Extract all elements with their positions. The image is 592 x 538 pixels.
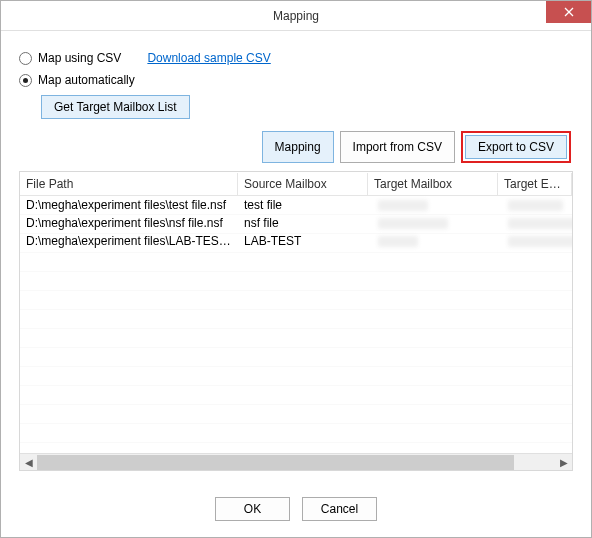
export-highlight: Export to CSV <box>461 131 571 163</box>
close-button[interactable] <box>546 1 591 23</box>
scroll-track[interactable] <box>37 455 555 470</box>
cancel-button[interactable]: Cancel <box>302 497 377 521</box>
header-file-path[interactable]: File Path <box>20 173 238 195</box>
titlebar: Mapping <box>1 1 591 31</box>
mapping-table: File Path Source Mailbox Target Mailbox … <box>19 171 573 471</box>
map-csv-label: Map using CSV <box>38 51 121 65</box>
header-target-email[interactable]: Target Email <box>498 173 572 195</box>
download-sample-link[interactable]: Download sample CSV <box>147 51 270 65</box>
table-row[interactable]: D:\megha\experiment files\LAB-TEST... LA… <box>20 232 572 250</box>
header-source-mailbox[interactable]: Source Mailbox <box>238 173 368 195</box>
cell-target-email <box>498 229 572 254</box>
scroll-right-icon[interactable]: ▶ <box>555 454 572 471</box>
horizontal-scrollbar[interactable]: ◀ ▶ <box>20 453 572 470</box>
cell-target-mailbox <box>368 229 498 254</box>
table-body: D:\megha\experiment files\test file.nsf … <box>20 196 572 454</box>
ok-button[interactable]: OK <box>215 497 290 521</box>
map-auto-option[interactable]: Map automatically <box>19 73 573 87</box>
dialog-footer: OK Cancel <box>1 497 591 521</box>
cell-file-path: D:\megha\experiment files\LAB-TEST... <box>20 230 238 252</box>
header-target-mailbox[interactable]: Target Mailbox <box>368 173 498 195</box>
mapping-button[interactable]: Mapping <box>262 131 334 163</box>
action-buttons: Mapping Import from CSV Export to CSV <box>19 131 573 163</box>
scroll-left-icon[interactable]: ◀ <box>20 454 37 471</box>
cell-source-mailbox: LAB-TEST <box>238 230 368 252</box>
export-csv-button[interactable]: Export to CSV <box>465 135 567 159</box>
map-csv-option[interactable]: Map using CSV Download sample CSV <box>19 51 573 65</box>
mapping-dialog: Mapping Map using CSV Download sample CS… <box>0 0 592 538</box>
map-auto-label: Map automatically <box>38 73 135 87</box>
close-icon <box>564 7 574 17</box>
radio-map-csv[interactable] <box>19 52 32 65</box>
import-csv-button[interactable]: Import from CSV <box>340 131 455 163</box>
table-header: File Path Source Mailbox Target Mailbox … <box>20 172 572 196</box>
content-area: Map using CSV Download sample CSV Map au… <box>1 31 591 471</box>
window-title: Mapping <box>273 9 319 23</box>
radio-map-auto[interactable] <box>19 74 32 87</box>
get-target-mailbox-button[interactable]: Get Target Mailbox List <box>41 95 190 119</box>
scroll-thumb[interactable] <box>37 455 514 470</box>
